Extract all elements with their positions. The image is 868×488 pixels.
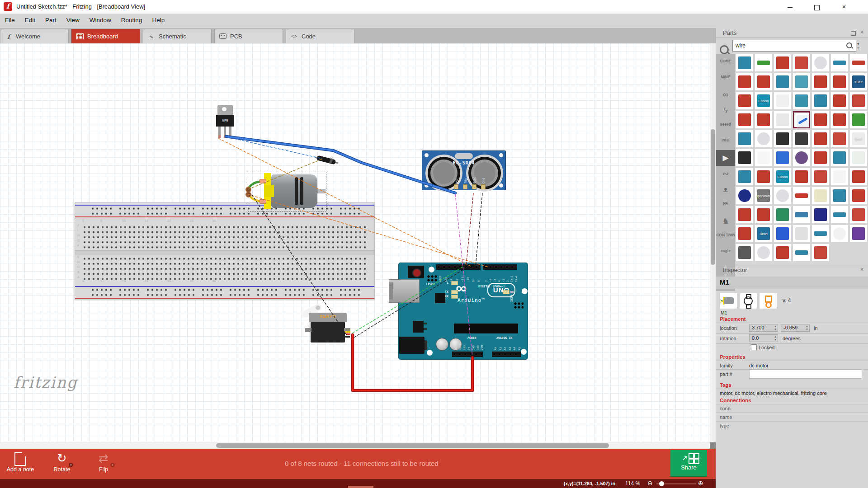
zoom-out-icon[interactable]: ⊖ [647, 479, 653, 487]
parts-bin-tab-core[interactable]: CORE [716, 55, 735, 71]
part-tile[interactable] [850, 92, 867, 109]
ratsnest-wire[interactable] [252, 195, 348, 337]
part-tile[interactable] [831, 168, 848, 185]
ratsnest-wire[interactable] [218, 138, 471, 266]
close-panel-icon[interactable]: ✕ [860, 267, 864, 272]
parts-bin-tab-3[interactable]: ϟ [716, 103, 735, 118]
parts-bin-tab-2[interactable]: ∞ [716, 87, 735, 103]
search-menu-icon[interactable]: ▾≡ [857, 42, 859, 51]
part-tile[interactable] [831, 187, 848, 204]
maximize-button[interactable] [807, 0, 827, 14]
part-tile[interactable] [793, 244, 810, 261]
part-tile[interactable]: Edison [774, 168, 791, 185]
part-tile[interactable] [774, 73, 791, 90]
float-panel-icon[interactable] [851, 31, 856, 36]
part-tile[interactable] [755, 244, 772, 261]
parts-search-box[interactable] [732, 40, 856, 52]
part-tile[interactable] [812, 149, 829, 166]
part-tile[interactable] [793, 73, 810, 90]
flip-dropdown-icon[interactable]: ▾ [110, 463, 115, 467]
part-tile[interactable] [850, 187, 867, 204]
part-tile[interactable]: Edison [755, 92, 772, 109]
part-tile[interactable] [736, 73, 753, 90]
breadboard-view-thumb[interactable] [719, 293, 737, 309]
part-tile[interactable] [774, 225, 791, 242]
part-tile[interactable] [812, 168, 829, 185]
part-tile[interactable] [812, 111, 829, 128]
ratsnest-wire[interactable] [248, 194, 488, 267]
rotate-dropdown-icon[interactable]: ▾ [69, 463, 73, 467]
ratsnest-wire[interactable] [455, 194, 472, 357]
part-tile[interactable] [850, 149, 867, 166]
zoom-in-icon[interactable]: ⊕ [698, 479, 703, 487]
part-tile[interactable] [736, 92, 753, 109]
part-tile[interactable] [736, 111, 753, 128]
part-tile[interactable] [812, 206, 829, 223]
part-tile[interactable] [774, 187, 791, 204]
diode-part[interactable] [315, 157, 338, 163]
part-tile[interactable] [736, 225, 753, 242]
part-tile[interactable] [736, 206, 753, 223]
part-tile[interactable] [793, 92, 810, 109]
part-tile[interactable] [793, 206, 810, 223]
parts-bin-tab-7[interactable]: ∾ [716, 166, 735, 182]
part-number-input[interactable] [749, 370, 862, 379]
part-tile[interactable] [736, 130, 753, 147]
part-tile[interactable] [812, 54, 829, 71]
part-tile[interactable] [736, 149, 753, 166]
vertical-scrollbar-thumb[interactable] [711, 129, 715, 265]
parts-bin-tab-10[interactable]: ♞ [716, 213, 735, 229]
part-tile[interactable]: qpac [850, 130, 867, 147]
rotate-button[interactable]: ↻ ▾ Rotate [42, 451, 82, 477]
part-tile[interactable]: XBee [850, 73, 867, 90]
part-tile[interactable] [774, 130, 791, 147]
part-tile[interactable] [774, 54, 791, 71]
parts-bin-tab-6[interactable]: ▶ [716, 150, 735, 166]
part-tile[interactable] [793, 111, 810, 128]
part-tile[interactable] [831, 225, 848, 242]
rotation-spinner[interactable]: 0.0▲▼ [749, 334, 778, 342]
part-tile[interactable] [793, 149, 810, 166]
share-button[interactable]: ↗ Share [670, 450, 707, 476]
part-tile[interactable] [774, 149, 791, 166]
part-tile[interactable] [774, 111, 791, 128]
part-tile[interactable] [755, 206, 772, 223]
flip-button[interactable]: ⇄ ▾ Flip [83, 451, 124, 477]
part-tile[interactable] [812, 187, 829, 204]
add-note-button[interactable]: Add a note [0, 451, 41, 477]
part-tile[interactable] [850, 54, 867, 71]
horizontal-scrollbar-thumb[interactable] [216, 443, 609, 448]
part-tile[interactable] [812, 73, 829, 90]
part-tile[interactable] [812, 92, 829, 109]
parts-bin-tab-mine[interactable]: MINE [716, 71, 735, 87]
part-tile[interactable] [793, 225, 810, 242]
horizontal-scrollbar[interactable] [0, 442, 710, 449]
part-tile[interactable] [793, 187, 810, 204]
part-tile[interactable] [831, 54, 848, 71]
part-tile[interactable] [736, 187, 753, 204]
part-tile[interactable] [793, 168, 810, 185]
part-tile[interactable] [831, 111, 848, 128]
vertical-scrollbar[interactable] [710, 43, 716, 442]
part-tile[interactable] [736, 168, 753, 185]
parts-bin-tab-seeed[interactable]: seeed [716, 118, 735, 134]
ratsnest-wire[interactable] [476, 193, 482, 266]
part-tile[interactable] [755, 111, 772, 128]
part-tile[interactable] [774, 244, 791, 261]
part-tile[interactable] [755, 168, 772, 185]
parts-bin-tab-eagle[interactable]: eagle [716, 245, 735, 261]
part-tile[interactable] [850, 111, 867, 128]
red-wire[interactable] [353, 335, 472, 390]
parts-bin-tab-8[interactable]: ᴥ [716, 182, 735, 197]
part-tile[interactable] [793, 54, 810, 71]
close-button[interactable]: × [834, 0, 854, 14]
part-tile[interactable] [755, 54, 772, 71]
part-tile[interactable] [755, 130, 772, 147]
search-submit-icon[interactable] [846, 42, 852, 48]
part-tile[interactable] [755, 149, 772, 166]
part-tile[interactable] [774, 206, 791, 223]
part-tile[interactable] [850, 225, 867, 242]
location-y-spinner[interactable]: -0.659▲▼ [781, 324, 810, 332]
zoom-slider-knob[interactable] [659, 481, 664, 486]
part-tile[interactable]: Bean [755, 225, 772, 242]
